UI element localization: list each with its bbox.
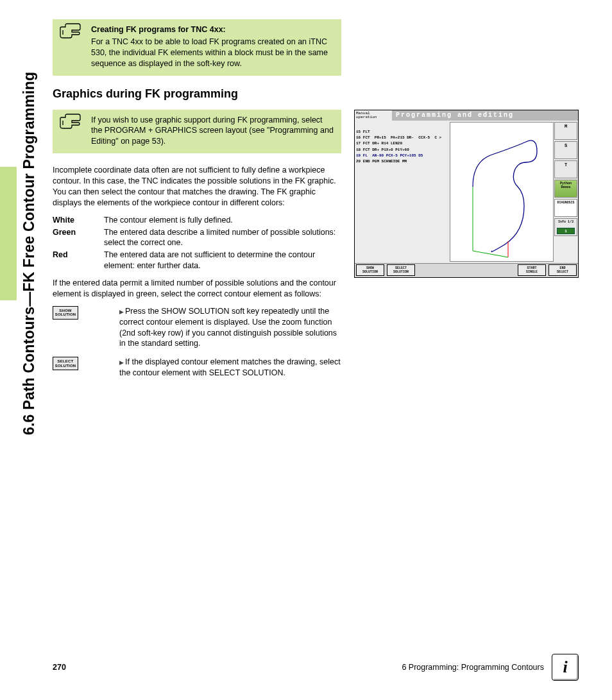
def-text: The entered data describe a limited numb…	[104, 227, 341, 249]
def-row: White The contour element is fully defin…	[53, 215, 341, 226]
diagnosis-icon[interactable]: DIAGNOSIS	[554, 199, 577, 217]
note-title: Creating FK programs for TNC 4xx:	[91, 24, 334, 35]
program-listing: 15 FLT 16 FCT PR+15 PA+215 DR- CCX-5 C >…	[356, 123, 447, 171]
def-term: Green	[53, 227, 104, 249]
paragraph: If the entered data permit a limited num…	[53, 278, 341, 300]
info-button[interactable]: i	[552, 654, 579, 681]
info-pager[interactable]: 1	[557, 228, 575, 234]
softkey-select-solution[interactable]: SELECTSOLUTION	[53, 357, 78, 370]
softkey-row: SHOWSOLUTION SELECTSOLUTION STARTSINGLE …	[355, 263, 578, 277]
fk-graphic-panel	[450, 122, 554, 262]
tnc-screenshot: Manualoperation Programming and editing …	[354, 110, 579, 278]
mode-label: Manualoperation	[356, 112, 377, 120]
t-icon[interactable]: T	[554, 160, 577, 178]
s-icon[interactable]: S	[554, 141, 577, 159]
chapter-title: 6 Programming: Programming Contours	[402, 663, 544, 672]
softkey-show-solution[interactable]: SHOWSOLUTION	[53, 306, 78, 320]
step-row: SHOWSOLUTION ▶Press the SHOW SOLUTION so…	[53, 306, 341, 350]
def-term: Red	[53, 250, 104, 271]
pointing-hand-icon	[59, 23, 82, 41]
step-text: If the displayed contour element matches…	[119, 357, 341, 377]
softkey-show-solution[interactable]: SHOWSOLUTION	[356, 264, 384, 276]
side-tab	[0, 167, 17, 300]
note-box-1: Creating FK programs for TNC 4xx: For a …	[53, 19, 341, 76]
arrow-icon: ▶	[119, 308, 124, 316]
def-row: Green The entered data describe a limite…	[53, 227, 341, 249]
info-icon[interactable]: Info 1/3 1	[554, 218, 577, 236]
screen-title: Programming and editing	[392, 110, 578, 121]
page-number: 270	[53, 663, 66, 672]
def-text: The contour element is fully defined.	[104, 215, 341, 226]
step-text: Press the SHOW SOLUTION soft key repeate…	[119, 307, 337, 348]
section-heading: Graphics during FK programming	[53, 87, 579, 101]
softkey-end-select[interactable]: ENDSELECT	[548, 264, 577, 276]
page-footer: 270 6 Programming: Programming Contours …	[53, 654, 579, 681]
right-icons-column: M S T PythonDemos DIAGNOSIS Info 1/3 1	[554, 122, 577, 236]
softkey-start-single[interactable]: STARTSINGLE	[518, 264, 546, 276]
def-term: White	[53, 215, 104, 226]
page-content: Creating FK programs for TNC 4xx: For a …	[53, 19, 579, 386]
python-icon[interactable]: PythonDemos	[554, 180, 577, 198]
arrow-icon: ▶	[119, 359, 124, 366]
pointing-hand-icon	[59, 114, 82, 132]
paragraph: Incomplete coordinate data often are not…	[53, 165, 341, 209]
note-body: For a TNC 4xx to be able to load FK prog…	[91, 37, 328, 68]
softkey-select-solution[interactable]: SELECTSOLUTION	[387, 264, 415, 276]
color-definitions: White The contour element is fully defin…	[53, 215, 341, 271]
note-body: If you wish to use graphic support durin…	[91, 115, 334, 146]
step-row: SELECTSOLUTION ▶If the displayed contour…	[53, 357, 341, 379]
m-icon[interactable]: M	[554, 122, 577, 140]
def-text: The entered data are not sufficient to d…	[104, 250, 341, 271]
note-box-2: If you wish to use graphic support durin…	[53, 110, 341, 154]
def-row: Red The entered data are not sufficient …	[53, 250, 341, 271]
side-section-heading: 6.6 Path Contours—FK Free Contour Progra…	[21, 72, 38, 435]
